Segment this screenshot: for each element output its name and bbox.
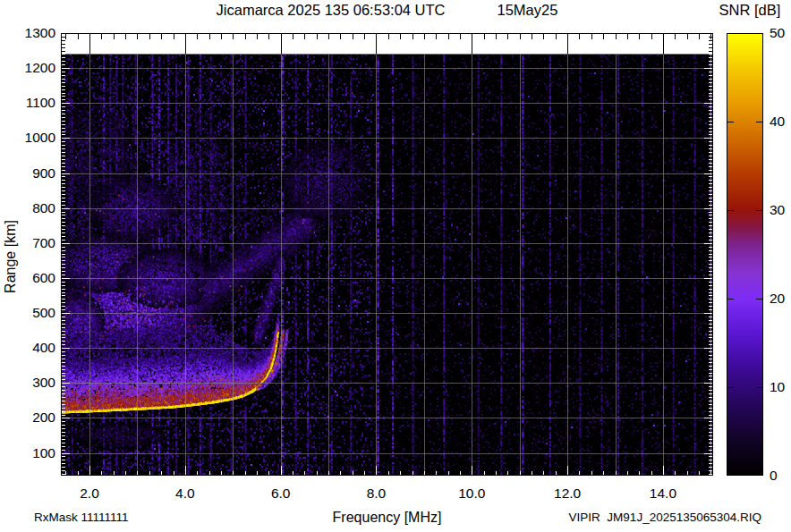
colorbar-tick-mark	[756, 387, 762, 388]
y-tick-label: 500	[0, 305, 55, 321]
x-tick-label: 12.0	[539, 486, 596, 502]
plot-date: 15May25	[498, 2, 558, 19]
x-tick-label: 2.0	[61, 486, 118, 502]
colorbar-tick-mark	[756, 122, 762, 122]
colorbar-tick-label: 20	[770, 291, 791, 307]
plot-title: Jicamarca 2025 135 06:53:04 UTC	[217, 2, 446, 19]
y-tick-label: 800	[0, 200, 55, 216]
y-tick-label: 200	[0, 410, 55, 426]
y-tick-label: 400	[0, 340, 55, 356]
colorbar-tick-label: 50	[770, 25, 791, 41]
colorbar-tick-mark	[756, 299, 762, 300]
y-tick-label: 1200	[0, 60, 55, 76]
x-tick-label: 6.0	[252, 486, 310, 502]
colorbar-tick-mark	[727, 210, 734, 211]
colorbar-tick-label: 30	[770, 202, 791, 218]
ionogram-figure: Jicamarca 2025 135 06:53:04 UTC 15May25 …	[0, 0, 791, 532]
y-tick-label: 1300	[0, 25, 55, 41]
x-tick-label: 8.0	[347, 486, 404, 502]
data-file-label: VIPIR JM91J_2025135065304.RIQ	[569, 511, 761, 524]
x-tick-label: 10.0	[443, 486, 500, 502]
snr-colorbar	[727, 33, 763, 476]
y-tick-label: 1000	[0, 130, 55, 146]
plot-header: Jicamarca 2025 135 06:53:04 UTC 15May25	[61, 2, 713, 19]
colorbar-tick-label: 10	[770, 379, 791, 395]
rx-mask-label: RxMask 11111111	[34, 511, 129, 524]
x-tick-label: 14.0	[634, 486, 692, 502]
colorbar-tick-label: 40	[770, 114, 791, 130]
x-tick-label: 4.0	[157, 486, 214, 502]
colorbar-tick-mark	[756, 210, 762, 211]
colorbar-tick-label: 0	[770, 468, 791, 484]
colorbar-tick-mark	[727, 122, 734, 122]
y-tick-label: 900	[0, 165, 55, 182]
y-tick-label: 1100	[0, 95, 55, 111]
colorbar-title: SNR [dB]	[710, 2, 789, 19]
y-tick-label: 600	[0, 270, 55, 286]
y-tick-label: 300	[0, 375, 55, 391]
colorbar-tick-mark	[727, 387, 734, 388]
snr-heatmap-canvas	[61, 33, 713, 476]
y-tick-label: 100	[0, 445, 55, 461]
colorbar-tick-mark	[727, 299, 734, 300]
y-tick-label: 700	[0, 235, 55, 251]
